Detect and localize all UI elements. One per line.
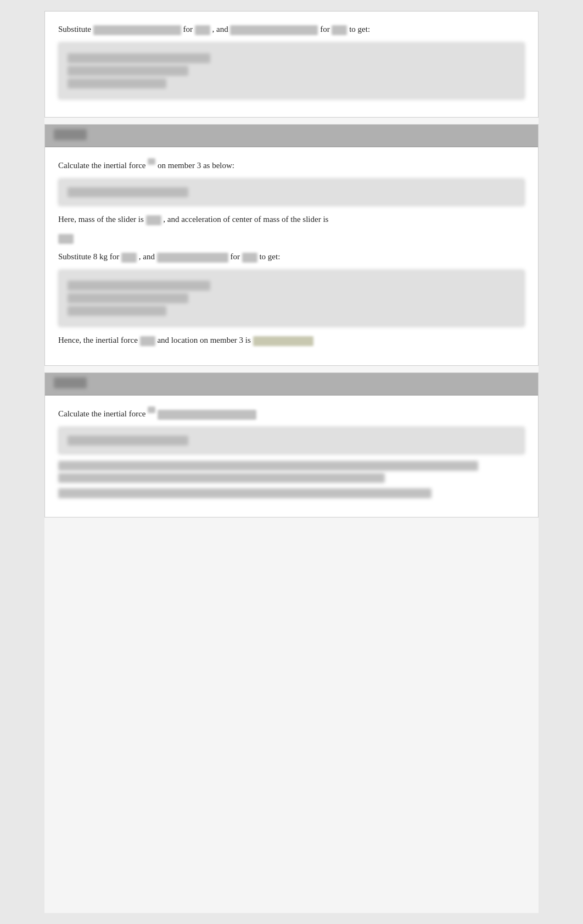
step4-line-3	[58, 488, 525, 498]
step-4-label	[54, 377, 87, 388]
substitute-8-label: Substitute 8 kg for	[58, 252, 121, 261]
step-4-content: Calculate the inertial force	[45, 396, 538, 517]
force-result-var	[140, 336, 155, 346]
page-container: Substitute for , and for to get: Calcula…	[44, 11, 539, 913]
substitute-label: Substitute	[58, 25, 91, 34]
formula-area-step4-1	[58, 427, 525, 454]
var-1-blurred	[195, 25, 210, 35]
accel-value-blurred	[157, 253, 228, 263]
and-location-label: and location on member 3 is	[157, 336, 253, 344]
step-3-content: Calculate the inertial force on member 3…	[45, 147, 538, 365]
calc-inertial-label: Calculate the inertial force	[58, 161, 148, 170]
substitute-intro-line: Substitute for , and for to get:	[58, 23, 525, 36]
step4-sentence-2	[58, 488, 431, 498]
hence-inertial-label: Hence, the inertial force	[58, 336, 140, 344]
and-accel-label: , and acceleration of center of mass of …	[163, 215, 328, 224]
for-label-2: for	[320, 25, 330, 34]
formula-f3-2-2	[68, 293, 188, 303]
formula-f3-2-1	[68, 281, 210, 291]
to-get-3: to get:	[259, 252, 280, 261]
formula-area-top	[58, 42, 525, 99]
accel-var-blurred	[58, 234, 74, 244]
step-3-header	[45, 125, 538, 147]
step4-line-1: Calculate the inertial force	[58, 407, 525, 420]
value-2-blurred	[230, 25, 318, 35]
to-get-label: to get:	[349, 25, 370, 34]
formula-line-2	[68, 66, 188, 76]
formula-f4	[68, 436, 188, 446]
mass-8-var	[121, 253, 137, 263]
step-4-section: Calculate the inertial force	[44, 372, 539, 517]
step4-sentence-1	[58, 461, 478, 471]
step3-line-4: Hence, the inertial force and location o…	[58, 333, 525, 347]
force-superscript-4	[148, 407, 155, 413]
step4-sentence-1b	[58, 473, 385, 483]
value-1-blurred	[93, 25, 181, 35]
step3-line-1: Calculate the inertial force on member 3…	[58, 158, 525, 172]
and-label-3: , and	[139, 252, 157, 261]
force-superscript	[148, 158, 155, 165]
formula-f3-2-3	[68, 306, 166, 316]
accel-var2-blurred	[242, 253, 257, 263]
result-highlight	[253, 336, 313, 346]
step3-line-2: Here, mass of the slider is , and accele…	[58, 213, 525, 226]
here-mass-label: Here, mass of the slider is	[58, 215, 146, 224]
calc-inertial-label-4: Calculate the inertial force	[58, 409, 148, 418]
formula-area-step3-1	[58, 179, 525, 206]
formula-f3	[68, 187, 188, 197]
step-3-label	[54, 129, 87, 140]
mass-var-blurred	[146, 215, 161, 225]
for-label-3: for	[230, 252, 242, 261]
var-2-blurred	[332, 25, 347, 35]
and-label: , and	[212, 25, 228, 34]
step4-line-2	[58, 461, 525, 483]
formula-line-1	[68, 53, 210, 63]
step3-line-2b	[58, 231, 525, 244]
step3-line-3: Substitute 8 kg for , and for to get:	[58, 250, 525, 263]
on-member-label: on member 3 as below:	[158, 161, 234, 170]
top-section: Substitute for , and for to get:	[44, 11, 539, 118]
formula-area-step3-2	[58, 270, 525, 327]
step-3-section: Calculate the inertial force on member 3…	[44, 124, 539, 366]
for-label-1: for	[183, 25, 193, 34]
step-4-header	[45, 373, 538, 396]
member-label-blurred	[158, 410, 256, 420]
formula-line-3	[68, 79, 166, 88]
